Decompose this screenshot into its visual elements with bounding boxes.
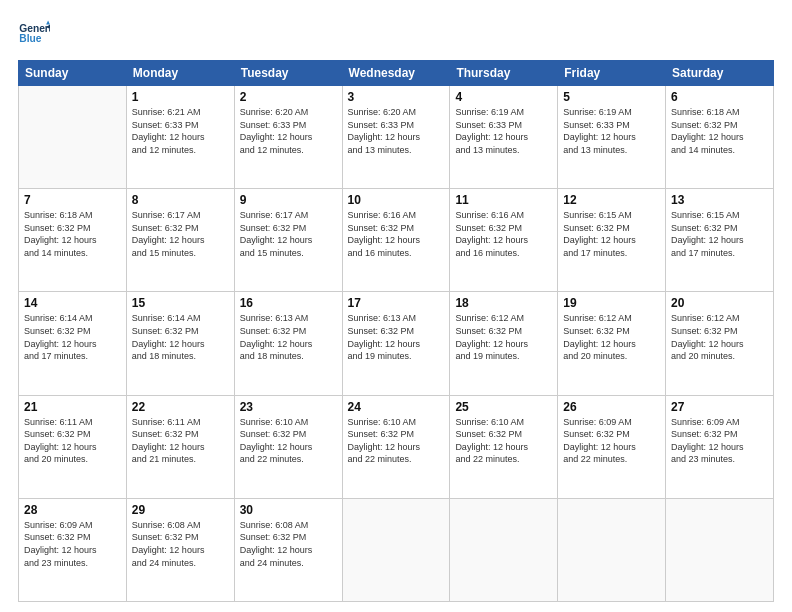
calendar-cell: 22Sunrise: 6:11 AM Sunset: 6:32 PM Dayli…	[126, 395, 234, 498]
day-number: 16	[240, 296, 337, 310]
calendar-cell: 25Sunrise: 6:10 AM Sunset: 6:32 PM Dayli…	[450, 395, 558, 498]
day-info: Sunrise: 6:10 AM Sunset: 6:32 PM Dayligh…	[348, 416, 445, 466]
day-info: Sunrise: 6:10 AM Sunset: 6:32 PM Dayligh…	[240, 416, 337, 466]
day-number: 12	[563, 193, 660, 207]
page-header: General Blue	[18, 18, 774, 50]
day-info: Sunrise: 6:12 AM Sunset: 6:32 PM Dayligh…	[671, 312, 768, 362]
day-number: 18	[455, 296, 552, 310]
calendar-cell: 9Sunrise: 6:17 AM Sunset: 6:32 PM Daylig…	[234, 189, 342, 292]
calendar-week-row: 1Sunrise: 6:21 AM Sunset: 6:33 PM Daylig…	[19, 86, 774, 189]
calendar-cell: 11Sunrise: 6:16 AM Sunset: 6:32 PM Dayli…	[450, 189, 558, 292]
day-number: 3	[348, 90, 445, 104]
calendar-cell: 20Sunrise: 6:12 AM Sunset: 6:32 PM Dayli…	[666, 292, 774, 395]
day-info: Sunrise: 6:18 AM Sunset: 6:32 PM Dayligh…	[24, 209, 121, 259]
day-info: Sunrise: 6:09 AM Sunset: 6:32 PM Dayligh…	[671, 416, 768, 466]
day-number: 8	[132, 193, 229, 207]
calendar-week-row: 14Sunrise: 6:14 AM Sunset: 6:32 PM Dayli…	[19, 292, 774, 395]
calendar-cell: 5Sunrise: 6:19 AM Sunset: 6:33 PM Daylig…	[558, 86, 666, 189]
day-info: Sunrise: 6:20 AM Sunset: 6:33 PM Dayligh…	[240, 106, 337, 156]
calendar-cell: 16Sunrise: 6:13 AM Sunset: 6:32 PM Dayli…	[234, 292, 342, 395]
calendar-cell: 19Sunrise: 6:12 AM Sunset: 6:32 PM Dayli…	[558, 292, 666, 395]
day-number: 19	[563, 296, 660, 310]
calendar-cell: 6Sunrise: 6:18 AM Sunset: 6:32 PM Daylig…	[666, 86, 774, 189]
calendar-cell: 4Sunrise: 6:19 AM Sunset: 6:33 PM Daylig…	[450, 86, 558, 189]
day-info: Sunrise: 6:13 AM Sunset: 6:32 PM Dayligh…	[240, 312, 337, 362]
calendar-cell: 24Sunrise: 6:10 AM Sunset: 6:32 PM Dayli…	[342, 395, 450, 498]
day-info: Sunrise: 6:18 AM Sunset: 6:32 PM Dayligh…	[671, 106, 768, 156]
day-info: Sunrise: 6:11 AM Sunset: 6:32 PM Dayligh…	[24, 416, 121, 466]
day-number: 15	[132, 296, 229, 310]
weekday-header-friday: Friday	[558, 61, 666, 86]
calendar-cell	[342, 498, 450, 601]
day-number: 9	[240, 193, 337, 207]
calendar-cell: 26Sunrise: 6:09 AM Sunset: 6:32 PM Dayli…	[558, 395, 666, 498]
calendar-week-row: 21Sunrise: 6:11 AM Sunset: 6:32 PM Dayli…	[19, 395, 774, 498]
day-number: 1	[132, 90, 229, 104]
day-number: 20	[671, 296, 768, 310]
weekday-header-monday: Monday	[126, 61, 234, 86]
calendar-cell: 23Sunrise: 6:10 AM Sunset: 6:32 PM Dayli…	[234, 395, 342, 498]
day-number: 23	[240, 400, 337, 414]
day-info: Sunrise: 6:13 AM Sunset: 6:32 PM Dayligh…	[348, 312, 445, 362]
day-number: 2	[240, 90, 337, 104]
day-info: Sunrise: 6:20 AM Sunset: 6:33 PM Dayligh…	[348, 106, 445, 156]
weekday-header-thursday: Thursday	[450, 61, 558, 86]
weekday-header-tuesday: Tuesday	[234, 61, 342, 86]
calendar-cell: 27Sunrise: 6:09 AM Sunset: 6:32 PM Dayli…	[666, 395, 774, 498]
calendar-cell: 2Sunrise: 6:20 AM Sunset: 6:33 PM Daylig…	[234, 86, 342, 189]
day-number: 25	[455, 400, 552, 414]
day-number: 29	[132, 503, 229, 517]
day-info: Sunrise: 6:19 AM Sunset: 6:33 PM Dayligh…	[563, 106, 660, 156]
logo: General Blue	[18, 18, 50, 50]
day-number: 24	[348, 400, 445, 414]
day-info: Sunrise: 6:21 AM Sunset: 6:33 PM Dayligh…	[132, 106, 229, 156]
calendar-cell: 13Sunrise: 6:15 AM Sunset: 6:32 PM Dayli…	[666, 189, 774, 292]
day-info: Sunrise: 6:08 AM Sunset: 6:32 PM Dayligh…	[132, 519, 229, 569]
day-number: 27	[671, 400, 768, 414]
calendar-cell: 18Sunrise: 6:12 AM Sunset: 6:32 PM Dayli…	[450, 292, 558, 395]
calendar-cell: 10Sunrise: 6:16 AM Sunset: 6:32 PM Dayli…	[342, 189, 450, 292]
calendar-cell: 1Sunrise: 6:21 AM Sunset: 6:33 PM Daylig…	[126, 86, 234, 189]
calendar-cell: 15Sunrise: 6:14 AM Sunset: 6:32 PM Dayli…	[126, 292, 234, 395]
calendar-cell: 28Sunrise: 6:09 AM Sunset: 6:32 PM Dayli…	[19, 498, 127, 601]
day-number: 22	[132, 400, 229, 414]
calendar-cell	[666, 498, 774, 601]
day-info: Sunrise: 6:09 AM Sunset: 6:32 PM Dayligh…	[24, 519, 121, 569]
day-number: 4	[455, 90, 552, 104]
weekday-header-sunday: Sunday	[19, 61, 127, 86]
weekday-header-wednesday: Wednesday	[342, 61, 450, 86]
day-number: 13	[671, 193, 768, 207]
day-number: 14	[24, 296, 121, 310]
svg-text:Blue: Blue	[19, 33, 41, 44]
logo-icon: General Blue	[18, 18, 50, 50]
day-number: 26	[563, 400, 660, 414]
calendar-cell	[558, 498, 666, 601]
calendar-cell	[450, 498, 558, 601]
day-info: Sunrise: 6:17 AM Sunset: 6:32 PM Dayligh…	[132, 209, 229, 259]
calendar-cell: 12Sunrise: 6:15 AM Sunset: 6:32 PM Dayli…	[558, 189, 666, 292]
calendar-week-row: 7Sunrise: 6:18 AM Sunset: 6:32 PM Daylig…	[19, 189, 774, 292]
day-info: Sunrise: 6:12 AM Sunset: 6:32 PM Dayligh…	[563, 312, 660, 362]
calendar-cell: 14Sunrise: 6:14 AM Sunset: 6:32 PM Dayli…	[19, 292, 127, 395]
weekday-header-row: SundayMondayTuesdayWednesdayThursdayFrid…	[19, 61, 774, 86]
calendar-week-row: 28Sunrise: 6:09 AM Sunset: 6:32 PM Dayli…	[19, 498, 774, 601]
day-info: Sunrise: 6:14 AM Sunset: 6:32 PM Dayligh…	[132, 312, 229, 362]
day-info: Sunrise: 6:19 AM Sunset: 6:33 PM Dayligh…	[455, 106, 552, 156]
day-info: Sunrise: 6:16 AM Sunset: 6:32 PM Dayligh…	[455, 209, 552, 259]
day-info: Sunrise: 6:15 AM Sunset: 6:32 PM Dayligh…	[563, 209, 660, 259]
day-number: 17	[348, 296, 445, 310]
day-info: Sunrise: 6:16 AM Sunset: 6:32 PM Dayligh…	[348, 209, 445, 259]
calendar-cell: 30Sunrise: 6:08 AM Sunset: 6:32 PM Dayli…	[234, 498, 342, 601]
day-info: Sunrise: 6:08 AM Sunset: 6:32 PM Dayligh…	[240, 519, 337, 569]
calendar-cell: 29Sunrise: 6:08 AM Sunset: 6:32 PM Dayli…	[126, 498, 234, 601]
day-number: 30	[240, 503, 337, 517]
calendar-cell: 17Sunrise: 6:13 AM Sunset: 6:32 PM Dayli…	[342, 292, 450, 395]
weekday-header-saturday: Saturday	[666, 61, 774, 86]
day-info: Sunrise: 6:15 AM Sunset: 6:32 PM Dayligh…	[671, 209, 768, 259]
calendar-cell: 7Sunrise: 6:18 AM Sunset: 6:32 PM Daylig…	[19, 189, 127, 292]
calendar-cell: 3Sunrise: 6:20 AM Sunset: 6:33 PM Daylig…	[342, 86, 450, 189]
day-number: 5	[563, 90, 660, 104]
day-info: Sunrise: 6:09 AM Sunset: 6:32 PM Dayligh…	[563, 416, 660, 466]
calendar-cell: 21Sunrise: 6:11 AM Sunset: 6:32 PM Dayli…	[19, 395, 127, 498]
calendar-table: SundayMondayTuesdayWednesdayThursdayFrid…	[18, 60, 774, 602]
